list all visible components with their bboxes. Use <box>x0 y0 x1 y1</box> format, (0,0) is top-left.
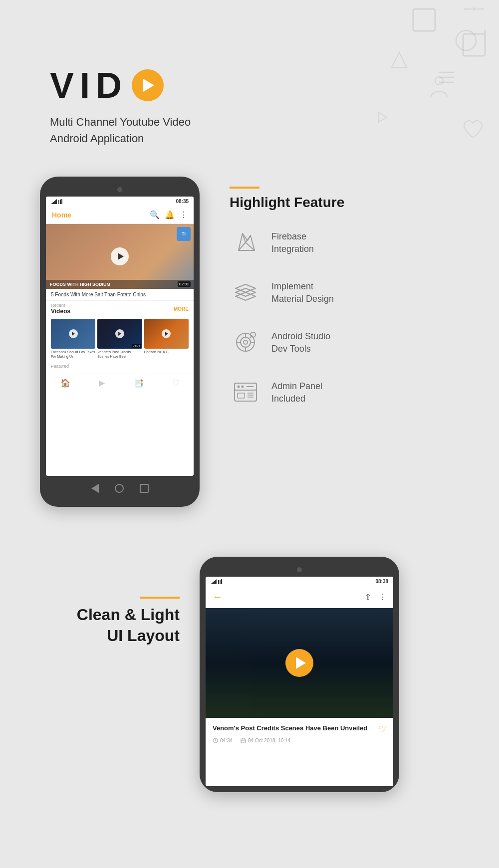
app-video-thumb-2: 04:34 Venom's Post Credits Scenes Have B… <box>97 319 142 359</box>
admin-panel-icon <box>232 378 259 406</box>
android-recents-btn[interactable] <box>140 484 149 493</box>
app-thumb-play-2[interactable] <box>115 329 124 338</box>
app-thumb-play-1[interactable] <box>69 329 78 338</box>
svg-marker-13 <box>51 199 57 204</box>
app2-statusbar: 08:38 <box>206 577 393 586</box>
phone2-camera <box>297 567 302 572</box>
phone-screen-1: 08:35 Home 🔍 🔔 ⋮ Ti F <box>46 197 194 476</box>
svg-rect-44 <box>220 580 221 584</box>
search-icon-app: 🔍 <box>150 210 160 219</box>
app-nav-home[interactable]: 🏠 <box>60 378 70 388</box>
firebase-icon-wrap <box>230 226 261 258</box>
app2-navbar: ← ⇧ ⋮ <box>206 586 393 608</box>
subtitle: Multi Channel Youtube Video Android Appl… <box>50 114 459 147</box>
svg-rect-49 <box>241 739 246 743</box>
logo: VID <box>50 65 459 106</box>
svg-point-40 <box>242 386 244 388</box>
app-thumb-img-3 <box>144 319 189 349</box>
header-section: VID Multi Channel Youtube Video Android … <box>0 0 499 167</box>
phone-notch-top <box>46 183 194 197</box>
more-icon-app: ⋮ <box>180 210 188 219</box>
feature-text-android: Android StudioDev Tools <box>271 326 330 355</box>
feature-text-material: ImplementMaterial Design <box>271 276 334 305</box>
phone-bottom-bar <box>46 476 194 501</box>
feature-title: Highlight Feature <box>230 195 469 211</box>
phone-camera <box>117 187 122 192</box>
phone-outer: 08:35 Home 🔍 🔔 ⋮ Ti F <box>40 177 200 507</box>
app2-back-btn[interactable]: ← <box>213 591 223 603</box>
app2-heart-icon[interactable]: ♡ <box>378 724 386 735</box>
app-section-header: Recent Videos MORE <box>46 301 194 317</box>
app2-video-info: Venom's Post Credits Scenes Have Been Un… <box>206 718 393 749</box>
app-hero-play-button[interactable] <box>111 247 129 265</box>
phone-mockup-1: 08:35 Home 🔍 🔔 ⋮ Ti F <box>40 177 200 507</box>
feature-item-material: ImplementMaterial Design <box>230 276 469 308</box>
app2-title-row: Venom's Post Credits Scenes Have Been Un… <box>213 724 386 735</box>
app-featured-label: Featured <box>46 361 194 370</box>
app2-video-area <box>206 608 393 718</box>
svg-point-25 <box>241 337 250 347</box>
clean-title: Clean & Light UI Layout <box>40 605 180 646</box>
svg-rect-45 <box>221 579 222 584</box>
material-icon-wrap <box>230 276 261 308</box>
app-video-thumb-1: Facebook Should Pay Taxes For Making Us <box>51 319 95 359</box>
app-hero-avatar: Ti <box>177 227 191 241</box>
feature-item-android: Android StudioDev Tools <box>230 326 469 358</box>
app2-date-meta: 04 Oct 2018, 10:14 <box>241 738 290 743</box>
svg-rect-14 <box>58 200 59 204</box>
android-studio-icon <box>232 328 259 356</box>
app2-share-icon[interactable]: ⇧ <box>365 592 371 602</box>
app-thumb-img-1 <box>51 319 95 349</box>
app-thumb-img-2: 04:34 <box>97 319 142 349</box>
app-bottom-nav: 🏠 ▶ 📑 ♡ <box>46 374 194 392</box>
android-home-btn[interactable] <box>115 484 124 493</box>
app-hero-video: Ti FOODS WITH HIGH SODIUM 02:01 <box>46 224 194 289</box>
svg-rect-16 <box>61 199 62 204</box>
app-thumb-play-3[interactable] <box>162 329 171 338</box>
firebase-icon <box>232 228 259 256</box>
feature-accent-bar <box>230 187 259 189</box>
phone2-screen: 08:38 ← ⇧ ⋮ Venom's Post Cred <box>206 577 393 786</box>
app-video-title: 5 Foods With More Salt Than Potato Chips <box>46 289 194 301</box>
app2-play-button[interactable] <box>285 649 313 677</box>
android-studio-icon-wrap <box>230 326 261 358</box>
app-statusbar: 08:35 <box>46 197 194 206</box>
app2-top-icons: ⇧ ⋮ <box>365 592 386 602</box>
phone-mockup-2: 08:38 ← ⇧ ⋮ Venom's Post Cred <box>200 557 399 792</box>
svg-point-39 <box>238 386 240 388</box>
app-nav-bookmark[interactable]: 📑 <box>134 378 144 388</box>
feature-text-firebase: FirebaseIntegration <box>271 226 314 255</box>
app-video-grid: Facebook Should Pay Taxes For Making Us … <box>46 317 194 361</box>
app2-duration-meta: 04:34 <box>213 738 233 743</box>
android-back-btn[interactable] <box>91 484 99 493</box>
svg-rect-15 <box>60 200 61 204</box>
app-nav-play[interactable]: ▶ <box>99 378 105 388</box>
app2-more-icon[interactable]: ⋮ <box>378 592 386 602</box>
app-navbar-icons: 🔍 🔔 ⋮ <box>150 210 188 219</box>
app-navbar: Home 🔍 🔔 ⋮ <box>46 206 194 224</box>
app2-video-title: Venom's Post Credits Scenes Have Been Un… <box>213 724 378 733</box>
svg-point-26 <box>244 340 248 344</box>
app-hero-duration: 02:01 <box>178 281 191 287</box>
app2-meta-info: 04:34 04 Oct 2018, 10:14 <box>213 738 386 743</box>
phone2-outer: 08:38 ← ⇧ ⋮ Venom's Post Cred <box>200 557 399 792</box>
main-content: 08:35 Home 🔍 🔔 ⋮ Ti F <box>0 167 499 537</box>
admin-panel-icon-wrap <box>230 376 261 408</box>
svg-line-32 <box>250 336 251 338</box>
feature-item-firebase: FirebaseIntegration <box>230 226 469 258</box>
feature-item-admin: Admin PanelIncluded <box>230 376 469 408</box>
play-icon <box>132 69 164 101</box>
svg-rect-43 <box>218 580 219 584</box>
features-section: Highlight Feature FirebaseIntegration <box>230 177 469 426</box>
svg-rect-35 <box>238 393 245 398</box>
phone2-notch <box>206 563 393 577</box>
material-design-icon <box>232 278 259 306</box>
second-section: Clean & Light UI Layout 08:38 ← <box>0 537 499 822</box>
app-nav-heart[interactable]: ♡ <box>172 378 179 388</box>
bell-icon-app: 🔔 <box>165 210 175 219</box>
svg-marker-42 <box>211 579 217 584</box>
logo-text: VID <box>50 65 128 106</box>
svg-line-48 <box>216 741 217 742</box>
clean-accent-bar <box>140 597 180 599</box>
svg-marker-18 <box>239 242 254 250</box>
